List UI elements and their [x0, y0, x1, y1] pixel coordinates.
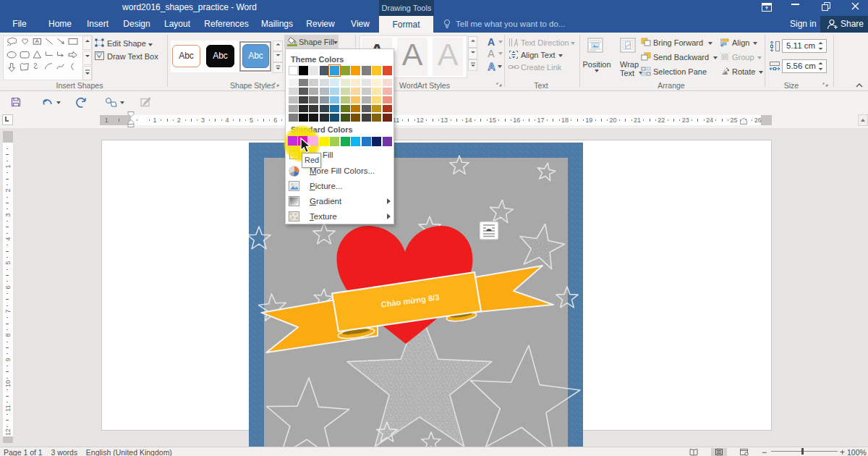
svg-text:A: A	[488, 61, 495, 72]
